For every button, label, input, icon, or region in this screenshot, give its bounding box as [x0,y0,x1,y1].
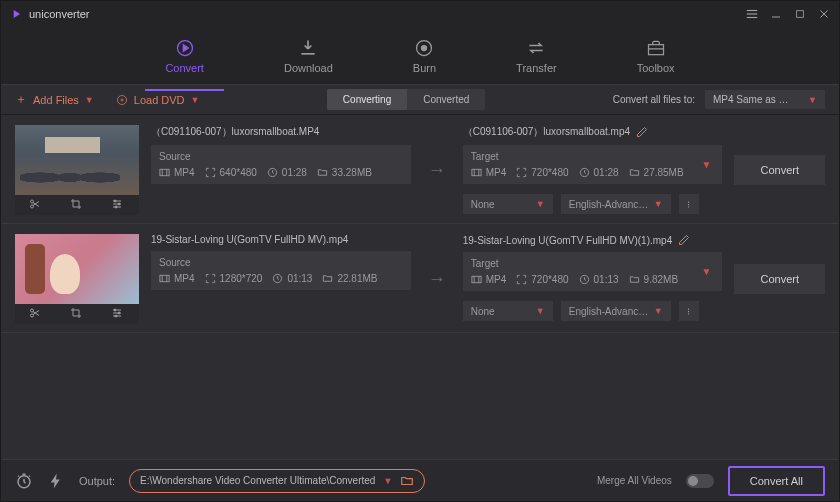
subtitle-dropdown[interactable]: English-Advanc…▼ [561,301,671,321]
resolution-icon [516,167,527,178]
folder-icon [317,167,328,178]
target-filename: 19-Sistar-Loving U(GomTV FullHD MV)(1).m… [463,235,673,246]
subtitle-dropdown[interactable]: English-Advanc…▼ [561,194,671,214]
effects-icon[interactable] [111,198,125,212]
output-path: E:\Wondershare Video Converter Ultimate\… [140,475,375,486]
resolution-icon [516,274,527,285]
tab-burn[interactable]: Burn [403,34,446,78]
video-thumbnail[interactable] [15,234,139,304]
svg-rect-36 [472,276,481,282]
convert-all-button[interactable]: Convert All [728,466,825,496]
svg-point-21 [115,206,117,208]
clock-icon [579,167,590,178]
source-label: Source [159,151,403,162]
svg-rect-24 [472,169,481,175]
target-format-dropdown[interactable]: ▼ [698,260,714,283]
svg-point-10 [422,45,427,50]
info-button[interactable]: ⁝ [679,301,699,321]
trim-icon[interactable] [29,307,43,321]
folder-icon [322,273,333,284]
output-format-dropdown[interactable]: MP4 Same as source … ▼ [705,90,825,109]
svg-point-31 [114,309,116,311]
toolbox-icon [646,38,666,58]
convert-icon [175,38,195,58]
crop-icon[interactable] [70,307,84,321]
edit-icon[interactable] [678,234,690,246]
video-icon [159,273,170,284]
app-logo-icon [9,7,23,21]
convert-button[interactable]: Convert [734,155,825,185]
output-label: Output: [79,475,115,487]
folder-icon [629,274,640,285]
app-title: uniconverter [29,8,90,20]
download-icon [298,38,318,58]
arrow-icon: → [427,125,447,215]
chevron-down-icon: ▼ [191,95,200,105]
tab-transfer[interactable]: Transfer [506,34,567,78]
tab-toolbox[interactable]: Toolbox [627,34,685,78]
svg-point-13 [121,99,123,101]
target-filename: （C091106-007）luxorsmallboat.mp4 [463,125,630,139]
close-button[interactable] [817,7,831,21]
chevron-down-icon: ▼ [85,95,94,105]
tab-download[interactable]: Download [274,34,343,78]
audio-track-dropdown[interactable]: None▼ [463,194,553,214]
segment-converting[interactable]: Converting [327,89,407,110]
folder-icon [629,167,640,178]
svg-rect-4 [797,11,804,18]
segment-converted[interactable]: Converted [407,89,485,110]
target-label: Target [471,151,695,162]
trim-icon[interactable] [29,198,43,212]
svg-point-20 [118,203,120,205]
resolution-icon [205,273,216,284]
load-dvd-button[interactable]: Load DVD ▼ [116,94,200,106]
chevron-down-icon: ▼ [383,476,392,486]
clock-icon [267,167,278,178]
convert-button[interactable]: Convert [734,264,825,294]
menu-icon[interactable] [745,7,759,21]
merge-videos-label: Merge All Videos [597,475,672,486]
svg-rect-22 [160,169,169,175]
audio-track-dropdown[interactable]: None▼ [463,301,553,321]
svg-point-33 [115,315,117,317]
crop-icon[interactable] [70,198,84,212]
chevron-down-icon: ▼ [536,199,545,209]
effects-icon[interactable] [111,307,125,321]
conversion-status-segment: Converting Converted [327,89,486,110]
clock-icon [272,273,283,284]
video-icon [471,167,482,178]
target-label: Target [471,258,695,269]
edit-icon[interactable] [636,126,648,138]
add-files-button[interactable]: ＋ Add Files ▼ [15,91,94,108]
minimize-button[interactable] [769,7,783,21]
source-label: Source [159,257,403,268]
target-format-dropdown[interactable]: ▼ [698,153,714,176]
gpu-boost-icon[interactable] [47,472,65,490]
tab-convert[interactable]: Convert [155,34,214,78]
chevron-down-icon: ▼ [654,306,663,316]
output-path-selector[interactable]: E:\Wondershare Video Converter Ultimate\… [129,469,425,493]
source-filename: （C091106-007）luxorsmallboat.MP4 [151,125,411,139]
svg-rect-11 [648,44,663,54]
arrow-icon: → [427,234,447,324]
chevron-down-icon: ▼ [808,95,817,105]
video-icon [159,167,170,178]
video-thumbnail[interactable] [15,125,139,195]
svg-rect-34 [160,275,169,281]
convert-all-label: Convert all files to: [613,94,695,105]
svg-point-32 [118,312,120,314]
maximize-button[interactable] [793,7,807,21]
transfer-icon [526,38,546,58]
file-list: （C091106-007）luxorsmallboat.MP4 Source M… [1,115,839,459]
schedule-icon[interactable] [15,472,33,490]
source-filename: 19-Sistar-Loving U(GomTV FullHD MV).mp4 [151,234,411,245]
browse-folder-icon[interactable] [400,474,414,488]
svg-point-12 [117,95,126,104]
resolution-icon [205,167,216,178]
merge-toggle[interactable] [686,474,714,488]
info-button[interactable]: ⁝ [679,194,699,214]
svg-point-19 [114,200,116,202]
file-row: （C091106-007）luxorsmallboat.MP4 Source M… [1,115,839,224]
chevron-down-icon: ▼ [536,306,545,316]
burn-icon [414,38,434,58]
